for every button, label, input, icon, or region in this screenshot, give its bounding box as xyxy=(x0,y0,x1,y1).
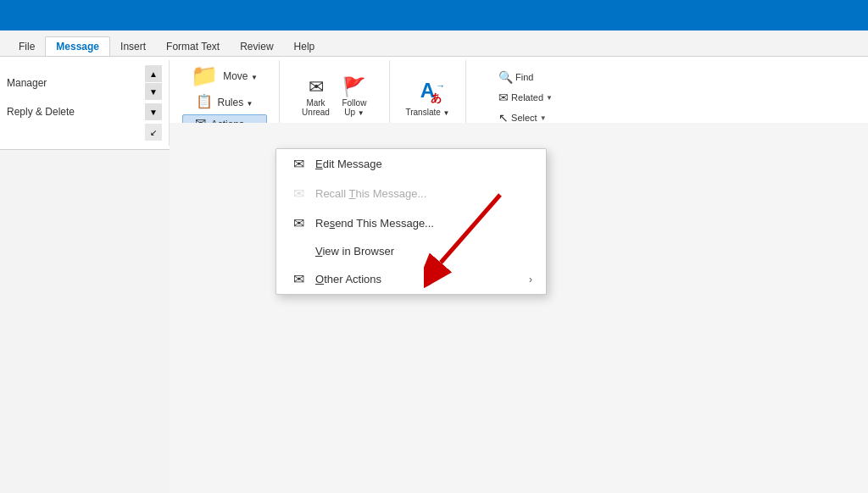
recall-message-icon: ✉ xyxy=(290,186,307,202)
scroll-down-btn[interactable]: ▼ xyxy=(145,83,162,100)
related-chevron: ▼ xyxy=(546,94,553,102)
manager-row: Manager ▲ ▼ xyxy=(3,64,165,102)
follow-up-label: FollowUp ▼ xyxy=(342,98,366,117)
dropdown-item-recall-message: ✉ Recall This Message... xyxy=(276,179,546,208)
move-icon: 📁 xyxy=(191,64,218,86)
follow-up-btn[interactable]: 🚩 FollowUp ▼ xyxy=(337,75,371,119)
reply-delete-row: Reply & Delete ▼ xyxy=(3,102,165,122)
other-actions-label: Other Actions xyxy=(315,273,520,285)
manager-label: Manager xyxy=(7,77,47,89)
translate-icon: Aあ → xyxy=(420,79,435,102)
tab-insert[interactable]: Insert xyxy=(110,37,156,56)
title-bar xyxy=(0,0,868,30)
rules-label: Rules ▼ xyxy=(218,97,253,108)
ribbon-tabs: File Message Insert Format Text Review H… xyxy=(0,30,868,56)
related-label: Related xyxy=(511,92,543,102)
select-label: Select xyxy=(511,113,537,123)
scroll-up-btn[interactable]: ▲ xyxy=(145,65,162,82)
resend-message-icon: ✉ xyxy=(290,215,307,231)
view-browser-label: View in Browser xyxy=(315,245,532,258)
mark-unread-btn[interactable]: ✉ MarkUnread xyxy=(298,75,334,119)
mark-unread-label: MarkUnread xyxy=(302,98,330,117)
dropdown-item-edit-message[interactable]: ✉ Edit Message xyxy=(276,149,546,179)
tab-review[interactable]: Review xyxy=(230,37,283,56)
follow-up-icon: 🚩 xyxy=(342,78,365,97)
related-icon: ✉ xyxy=(498,91,509,104)
recall-message-label: Recall This Message... xyxy=(315,187,532,200)
tab-message[interactable]: Message xyxy=(45,36,110,56)
dropdown-item-resend-message[interactable]: ✉ Resend This Message... xyxy=(276,208,546,238)
translate-btn[interactable]: Aあ → Translate ▼ xyxy=(401,76,453,119)
edit-message-label: Edit Message xyxy=(315,158,532,170)
find-icon: 🔍 xyxy=(498,70,513,84)
edit-message-icon: ✉ xyxy=(290,156,307,172)
expand-btn[interactable]: ↙ xyxy=(145,124,162,141)
move-label: Move ▼ xyxy=(223,70,258,82)
select-chevron: ▼ xyxy=(540,114,547,122)
related-btn[interactable]: ✉ Related ▼ xyxy=(494,88,557,107)
tab-file[interactable]: File xyxy=(8,37,45,56)
scroll-down2-btn[interactable]: ▼ xyxy=(145,103,162,120)
dropdown-item-other-actions[interactable]: ✉ Other Actions › xyxy=(276,264,546,294)
tab-format-text[interactable]: Format Text xyxy=(156,37,230,56)
actions-dropdown: ✉ Edit Message ✉ Recall This Message... … xyxy=(275,148,547,295)
find-label: Find xyxy=(515,72,533,82)
other-actions-icon: ✉ xyxy=(290,271,307,287)
find-btn[interactable]: 🔍 Find xyxy=(494,68,537,86)
rules-btn[interactable]: 📋 Rules ▼ xyxy=(182,92,267,113)
translate-label: Translate ▼ xyxy=(405,108,449,117)
dropdown-item-view-browser[interactable]: View in Browser xyxy=(276,238,546,264)
mark-unread-icon: ✉ xyxy=(309,78,324,97)
other-actions-submenu-arrow: › xyxy=(529,274,532,285)
move-btn[interactable]: 📁 Move ▼ xyxy=(182,62,267,91)
reply-delete-label: Reply & Delete xyxy=(7,106,75,118)
resend-message-label: Resend This Message... xyxy=(315,217,532,230)
tab-help[interactable]: Help xyxy=(284,37,326,56)
rules-icon: 📋 xyxy=(196,95,213,108)
